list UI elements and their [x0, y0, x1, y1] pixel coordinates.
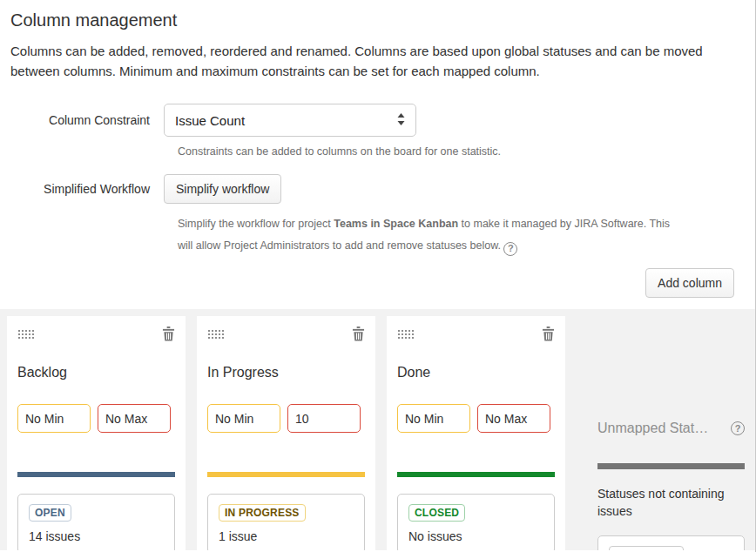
status-issue-count: No issues: [408, 529, 543, 543]
column-constraint-help-text: Constraints can be added to columns on t…: [178, 145, 745, 158]
constraint-inputs: [207, 404, 365, 433]
status-lozenge: OPEN: [29, 504, 71, 522]
column-card-in-progress: In Progress IN PROGRESS 1 issue: [197, 316, 375, 550]
status-lozenge: CLOSED: [408, 504, 465, 522]
project-name: Teams in Space Kanban: [334, 218, 458, 230]
unmapped-color-bar: [597, 463, 745, 469]
page-description: Columns can be added, removed, reordered…: [10, 41, 749, 81]
min-constraint-input[interactable]: [207, 404, 280, 433]
unmapped-statuses-title: Unmapped Stat…: [597, 421, 708, 436]
status-card[interactable]: OPEN 14 issues: [17, 494, 175, 550]
add-column-button[interactable]: Add column: [645, 268, 734, 298]
unmapped-description: Statuses not containing issues: [597, 485, 741, 520]
trash-icon: [352, 331, 365, 344]
drag-handle-icon[interactable]: [207, 329, 224, 339]
min-constraint-input[interactable]: [17, 404, 91, 433]
trash-icon: [542, 331, 555, 344]
unmapped-title-row: Unmapped Stat… ?: [597, 421, 745, 436]
delete-column-button[interactable]: [542, 326, 555, 344]
status-issue-count: 1 issue: [219, 529, 354, 543]
select-updown-arrows-icon: [397, 113, 405, 128]
max-constraint-input[interactable]: [287, 404, 361, 433]
max-constraint-input[interactable]: [477, 404, 550, 433]
board-columns-area: Backlog OPEN 14 issues In Progress: [0, 309, 755, 550]
constraint-inputs: [397, 404, 555, 433]
unmapped-status-card[interactable]: [597, 535, 745, 550]
drag-handle-icon[interactable]: [17, 329, 34, 339]
simplified-workflow-row: Simplified Workflow Simplify workflow: [10, 174, 745, 204]
column-name[interactable]: In Progress: [207, 365, 365, 380]
delete-column-button[interactable]: [352, 326, 365, 344]
column-constraint-select[interactable]: Issue Count: [164, 104, 416, 137]
simplify-workflow-button[interactable]: Simplify workflow: [164, 174, 281, 204]
column-color-bar: [17, 472, 175, 477]
simplified-workflow-help-text: Simplify the workflow for project Teams …: [178, 213, 676, 257]
unmapped-help-icon[interactable]: ?: [731, 421, 745, 435]
status-lozenge: IN PROGRESS: [219, 504, 306, 522]
column-name[interactable]: Backlog: [17, 365, 175, 380]
column-name[interactable]: Done: [397, 365, 555, 380]
column-color-bar: [207, 472, 365, 477]
constraint-inputs: [17, 404, 175, 433]
simplified-workflow-label: Simplified Workflow: [10, 174, 164, 204]
unmapped-statuses-section: Unmapped Stat… ? Statuses not containing…: [577, 316, 755, 550]
column-constraint-row: Column Constraint Issue Count: [10, 104, 745, 137]
column-card-done: Done CLOSED No issues: [387, 316, 565, 550]
workflow-help-prefix: Simplify the workflow for project: [178, 218, 334, 230]
column-header: [207, 326, 365, 342]
column-color-bar: [397, 472, 555, 477]
column-card-backlog: Backlog OPEN 14 issues: [7, 316, 186, 550]
add-column-row: Add column: [10, 268, 745, 298]
page-title: Column management: [10, 10, 745, 30]
column-constraint-selected-value: Issue Count: [175, 113, 245, 128]
column-header: [397, 326, 555, 342]
delete-column-button[interactable]: [162, 326, 175, 344]
workflow-help-icon[interactable]: ?: [503, 242, 517, 256]
max-constraint-input[interactable]: [98, 404, 171, 433]
status-issue-count: 14 issues: [29, 529, 164, 543]
status-card[interactable]: CLOSED No issues: [397, 494, 555, 550]
column-constraint-label: Column Constraint: [10, 104, 164, 137]
settings-section: Column management Columns can be added, …: [0, 10, 755, 298]
column-header: [17, 326, 175, 342]
min-constraint-input[interactable]: [397, 404, 470, 433]
column-management-page: Column management Columns can be added, …: [0, 0, 756, 552]
unmapped-status-lozenge-placeholder: [609, 546, 684, 550]
drag-handle-icon[interactable]: [397, 329, 414, 339]
status-card[interactable]: IN PROGRESS 1 issue: [207, 494, 365, 550]
trash-icon: [162, 331, 175, 344]
